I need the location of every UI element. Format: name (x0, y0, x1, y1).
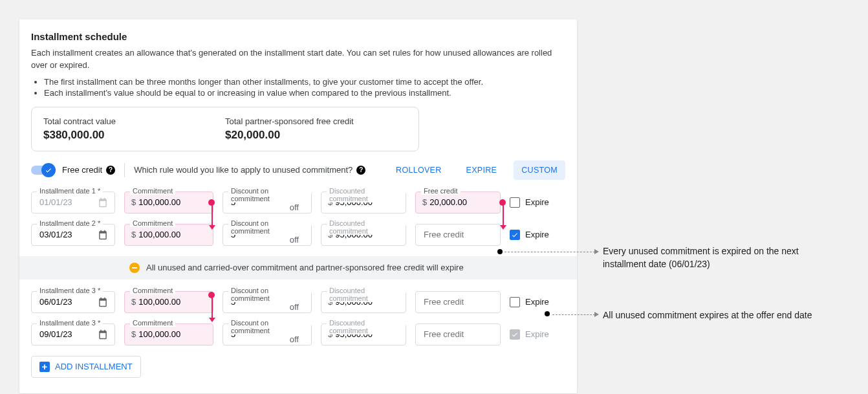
expire-checkbox[interactable] (510, 230, 520, 240)
expire-option: Expire (510, 329, 549, 340)
installment-schedule-card: Installment schedule Each installment cr… (19, 19, 577, 393)
installment-date-input[interactable] (38, 296, 98, 307)
calendar-icon[interactable] (98, 329, 108, 340)
expire-option: Expire (510, 197, 549, 208)
banner-text: All unused and carried-over commitment a… (146, 263, 464, 272)
card-description: Each installment creates an allowance th… (31, 47, 565, 72)
commitment-input[interactable] (137, 229, 206, 240)
tab-rollover[interactable]: ROLLOVER (388, 160, 449, 180)
installment-row: Installment date 3 * Commitment $ Discou… (31, 291, 565, 313)
expire-label: Expire (525, 230, 549, 239)
commitment-input[interactable] (137, 296, 206, 307)
installment-date-input[interactable] (38, 329, 98, 340)
commitment-field[interactable]: Commitment $ (124, 224, 213, 246)
check-icon (41, 163, 56, 177)
total-credit-value: $20,000.00 (225, 129, 407, 142)
totals-box: Total contract value $380,000.00 Total p… (31, 107, 419, 151)
discount-field[interactable]: Discount on commitment % off (222, 192, 312, 213)
discounted-commitment-field: Discounted commitment $ (321, 323, 406, 345)
tab-expire[interactable]: EXPIRE (459, 160, 505, 180)
card-bullets: The first installment can be three month… (31, 77, 565, 98)
free-credit-field[interactable]: Free credit$ (415, 192, 501, 213)
installment-date-input[interactable] (38, 197, 98, 208)
card-title: Installment schedule (31, 31, 565, 42)
free-credit-amount[interactable] (428, 197, 494, 208)
annotation-1: Every unused commitment is expired on th… (603, 245, 823, 271)
installment-row: Installment date 3 * Commitment $ Discou… (31, 323, 565, 345)
free-credit-input[interactable] (422, 296, 494, 307)
commitment-field[interactable]: Commitment $ (124, 192, 213, 213)
discounted-commitment-field: Discounted commitment $ (321, 192, 406, 213)
add-installment-button[interactable]: + ADD INSTALLMENT (31, 356, 141, 378)
free-credit-toggle[interactable] (31, 166, 53, 175)
rule-bar: Free credit ? Which rule would you like … (31, 160, 565, 180)
annotation-dot (497, 249, 503, 254)
tab-custom[interactable]: CUSTOM (514, 160, 565, 180)
help-icon[interactable]: ? (356, 166, 365, 175)
commitment-field[interactable]: Commitment $ (124, 323, 213, 345)
divider (124, 163, 125, 177)
installment-date-field[interactable]: Installment date 2 * (31, 224, 115, 246)
rule-question: Which rule would you like to apply to un… (134, 165, 365, 175)
calendar-icon[interactable] (98, 230, 108, 240)
calendar-icon[interactable] (98, 297, 108, 307)
expire-option: Expire (510, 297, 549, 307)
discount-field[interactable]: Discount on commitment % off (222, 224, 312, 246)
bullet-1: The first installment can be three month… (44, 77, 565, 87)
commitment-input[interactable] (137, 197, 206, 208)
installment-date-input[interactable] (38, 229, 98, 240)
annotation-arrow (552, 314, 595, 315)
free-credit-field[interactable] (415, 224, 501, 246)
commitment-input[interactable] (137, 329, 206, 340)
free-credit-input[interactable] (422, 329, 494, 340)
expire-label: Expire (525, 297, 549, 307)
discounted-commitment-field: Discounted commitment $ (321, 224, 406, 246)
expire-label: Expire (525, 197, 549, 207)
installment-date-field[interactable]: Installment date 3 * (31, 323, 115, 345)
expire-banner: All unused and carried-over commitment a… (19, 256, 577, 279)
annotation-2: All unused commitment expires at the off… (603, 309, 823, 322)
installment-row: Installment date 1 * Commitment $ Discou… (31, 192, 565, 213)
installment-date-field[interactable]: Installment date 1 * (31, 192, 115, 213)
warning-icon (129, 263, 140, 273)
expire-checkbox[interactable] (510, 197, 520, 208)
discount-field[interactable]: Discount on commitment % off (222, 323, 312, 345)
calendar-icon[interactable] (98, 197, 108, 208)
total-contract-value: $380,000.00 (43, 129, 225, 142)
total-contract-label: Total contract value (43, 116, 225, 126)
expire-checkbox (510, 329, 520, 340)
installment-date-field[interactable]: Installment date 3 * (31, 291, 115, 313)
help-icon[interactable]: ? (106, 166, 115, 175)
bullet-2: Each installment's value should be equal… (44, 88, 565, 98)
add-label: ADD INSTALLMENT (55, 362, 133, 371)
expire-checkbox[interactable] (510, 297, 520, 307)
expire-label: Expire (525, 329, 549, 339)
total-credit-label: Total partner-sponsored free credit (225, 116, 407, 126)
free-credit-input[interactable] (422, 229, 494, 240)
free-credit-field[interactable] (415, 291, 501, 313)
free-credit-label: Free credit ? (62, 165, 115, 175)
installment-row: Installment date 2 * Commitment $ Discou… (31, 224, 565, 246)
expire-option: Expire (510, 230, 549, 240)
free-credit-field[interactable] (415, 323, 501, 345)
plus-icon: + (39, 362, 50, 372)
annotation-arrow (505, 252, 595, 252)
discounted-commitment-field: Discounted commitment $ (321, 291, 406, 313)
commitment-field[interactable]: Commitment $ (124, 291, 213, 313)
discount-field[interactable]: Discount on commitment % off (222, 291, 312, 313)
installment-rows: Installment date 1 * Commitment $ Discou… (31, 192, 565, 345)
annotation-dot (545, 311, 550, 316)
